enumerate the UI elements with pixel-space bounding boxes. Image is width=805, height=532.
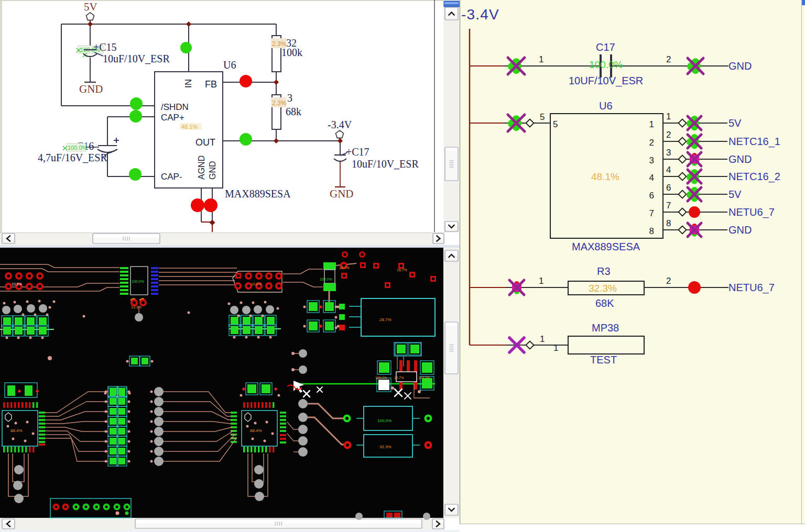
svg-text:NETC16_1: NETC16_1 [728, 136, 780, 148]
svg-text:5V: 5V [84, 1, 97, 13]
svg-text:NETU6_7: NETU6_7 [728, 282, 775, 294]
svg-text:88.4%: 88.4% [10, 428, 23, 433]
svg-text:+C17: +C17 [346, 146, 369, 158]
svg-text:4,7uF/16V_ESR: 4,7uF/16V_ESR [38, 152, 107, 163]
svg-text:100.0%: 100.0% [68, 145, 88, 151]
svg-text:5: 5 [553, 119, 558, 129]
svg-text:MAX889SESA: MAX889SESA [572, 241, 640, 252]
svg-text:6: 6 [666, 183, 671, 193]
svg-text:1: 1 [539, 54, 543, 64]
svg-text:8: 8 [666, 218, 671, 228]
svg-text:5V: 5V [728, 189, 742, 200]
svg-text:-3.4V: -3.4V [328, 119, 352, 130]
svg-text:3: 3 [649, 156, 654, 165]
svg-text:100.0%: 100.0% [589, 59, 623, 70]
svg-text:GND: GND [79, 83, 103, 95]
svg-text:100.0%: 100.0% [320, 278, 332, 281]
svg-text:-3.4V: -3.4V [461, 6, 499, 23]
svg-text:C17: C17 [596, 41, 615, 53]
svg-text:68K: 68K [595, 297, 614, 309]
svg-text:2.3%: 2.3% [272, 99, 287, 107]
svg-text:28.7%: 28.7% [379, 317, 391, 322]
svg-text:6: 6 [649, 191, 654, 201]
svg-text:CAP+: CAP+ [161, 113, 184, 123]
svg-text:1: 1 [539, 276, 543, 286]
svg-text:10UF/10V_ESR: 10UF/10V_ESR [569, 75, 643, 87]
svg-text:48.1%: 48.1% [181, 124, 198, 130]
svg-text:10.5%: 10.5% [12, 282, 22, 286]
svg-text:15.7%: 15.7% [394, 376, 404, 380]
svg-text:100.0%: 100.0% [377, 418, 391, 423]
svg-text:1: 1 [553, 343, 558, 353]
svg-text:GND: GND [208, 161, 217, 180]
svg-text:10.6%: 10.6% [251, 282, 262, 286]
svg-text:+C15: +C15 [93, 41, 117, 53]
svg-text:GND: GND [728, 224, 752, 236]
svg-text:OUT: OUT [195, 137, 215, 148]
svg-text:2: 2 [649, 138, 654, 148]
svg-text:GND: GND [330, 187, 354, 200]
svg-text:7: 7 [666, 201, 671, 210]
svg-text:7: 7 [649, 208, 654, 218]
svg-text:8: 8 [649, 226, 654, 236]
svg-text:GND: GND [728, 153, 752, 165]
svg-text:48.1%: 48.1% [591, 171, 619, 182]
svg-text:4: 4 [666, 165, 671, 175]
svg-text:NETC16_2: NETC16_2 [728, 171, 780, 183]
svg-text:3: 3 [287, 92, 292, 104]
svg-text:IN: IN [183, 79, 193, 88]
svg-text:5: 5 [540, 112, 545, 122]
svg-text:100.0%: 100.0% [375, 376, 387, 380]
svg-text:2: 2 [666, 276, 671, 286]
svg-text:FB: FB [205, 79, 217, 90]
svg-text:100.0%: 100.0% [418, 376, 430, 380]
svg-text:3: 3 [666, 148, 671, 158]
svg-text:GND: GND [728, 60, 752, 72]
svg-text:AGND: AGND [197, 156, 206, 180]
svg-text:32.3%: 32.3% [379, 445, 391, 449]
svg-text:TEST: TEST [590, 354, 617, 365]
svg-text:88.4%: 88.4% [250, 428, 262, 433]
svg-text:MP38: MP38 [592, 322, 619, 334]
svg-text:1: 1 [649, 119, 654, 129]
svg-text:R3: R3 [597, 265, 611, 277]
svg-text:2: 2 [666, 54, 671, 64]
svg-text:U6: U6 [599, 100, 613, 112]
svg-text:CAP-: CAP- [161, 172, 182, 182]
svg-text:100k: 100k [281, 47, 302, 58]
svg-text:100.0%: 100.0% [132, 280, 144, 283]
svg-text:NETU6_7: NETU6_7 [728, 206, 775, 218]
svg-text:18.7%: 18.7% [339, 266, 350, 270]
svg-text:32.3%: 32.3% [589, 283, 617, 294]
svg-text:13.3%: 13.3% [131, 305, 142, 309]
svg-text:1: 1 [540, 334, 545, 344]
svg-text:4: 4 [649, 173, 654, 183]
svg-text:68k: 68k [286, 106, 301, 117]
svg-text:10uF/10V_ESR: 10uF/10V_ESR [352, 158, 419, 170]
svg-text:10uF/10V_ESR: 10uF/10V_ESR [103, 53, 170, 64]
svg-text:1: 1 [666, 112, 671, 121]
svg-text:MAX889SESA: MAX889SESA [225, 188, 291, 199]
svg-text:U6: U6 [223, 59, 236, 71]
svg-text:5V: 5V [728, 117, 742, 129]
svg-text:18.7%: 18.7% [397, 268, 407, 272]
svg-text:2: 2 [666, 130, 671, 140]
svg-text:/SHDN: /SHDN [161, 102, 189, 112]
